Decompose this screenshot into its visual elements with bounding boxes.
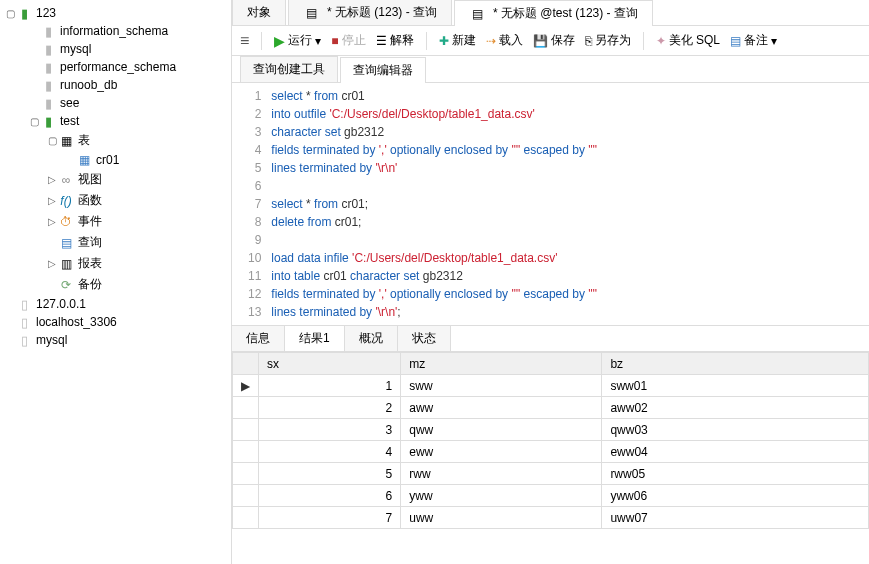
note-button[interactable]: ▤备注▾ bbox=[730, 32, 777, 49]
database-icon: ▮ bbox=[40, 114, 56, 128]
table-row[interactable]: ▶1swwsww01 bbox=[233, 375, 869, 397]
cell[interactable]: uww bbox=[401, 507, 602, 529]
cell[interactable]: 5 bbox=[259, 463, 401, 485]
cell[interactable]: eww bbox=[401, 441, 602, 463]
subtab-builder[interactable]: 查询创建工具 bbox=[240, 56, 338, 82]
cell[interactable]: qww03 bbox=[602, 419, 869, 441]
tab-query-2[interactable]: ▤* 无标题 @test (123) - 查询 bbox=[454, 0, 653, 26]
tree-item[interactable]: ▮mysql bbox=[0, 40, 231, 58]
cell[interactable]: rww05 bbox=[602, 463, 869, 485]
tree-item[interactable]: ▷⏱事件 bbox=[0, 211, 231, 232]
tree-arrow-icon: ▢ bbox=[28, 116, 40, 127]
cell[interactable]: uww07 bbox=[602, 507, 869, 529]
tree-root[interactable]: ▢ ▮ 123 bbox=[0, 4, 231, 22]
row-pointer bbox=[233, 397, 259, 419]
explain-button[interactable]: ☰解释 bbox=[376, 32, 414, 49]
table-row[interactable]: 3qwwqww03 bbox=[233, 419, 869, 441]
table-row[interactable]: 5rwwrww05 bbox=[233, 463, 869, 485]
col-header[interactable]: mz bbox=[401, 353, 602, 375]
tab-query-1[interactable]: ▤* 无标题 (123) - 查询 bbox=[288, 0, 452, 25]
tree-connection[interactable]: ▯mysql bbox=[0, 331, 231, 349]
saveas-icon: ⎘ bbox=[585, 34, 592, 48]
cell[interactable]: yww bbox=[401, 485, 602, 507]
cell[interactable]: aww bbox=[401, 397, 602, 419]
col-header[interactable]: sx bbox=[259, 353, 401, 375]
saveas-button[interactable]: ⎘另存为 bbox=[585, 32, 631, 49]
tree-label: 123 bbox=[36, 6, 56, 20]
result-grid[interactable]: sxmzbz ▶1swwsww012awwaww023qwwqww034ewwe… bbox=[232, 352, 869, 529]
cell[interactable]: sww bbox=[401, 375, 602, 397]
load-button[interactable]: ⇢载入 bbox=[486, 32, 523, 49]
menu-icon[interactable]: ≡ bbox=[240, 32, 249, 50]
beautify-button[interactable]: ✦美化 SQL bbox=[656, 32, 720, 49]
cell[interactable]: qww bbox=[401, 419, 602, 441]
database-icon: ▮ bbox=[40, 42, 56, 56]
tree-item[interactable]: ▮information_schema bbox=[0, 22, 231, 40]
code-area[interactable]: select * from cr01into outfile 'C:/Users… bbox=[271, 87, 869, 321]
cell[interactable]: eww04 bbox=[602, 441, 869, 463]
result-tab-status[interactable]: 状态 bbox=[398, 326, 451, 351]
cell[interactable]: 3 bbox=[259, 419, 401, 441]
line-gutter: 12345678910111213 bbox=[232, 87, 271, 321]
db-tree-sidebar: ▢ ▮ 123 ▮information_schema▮mysql▮perfor… bbox=[0, 0, 232, 564]
tree-label: see bbox=[60, 96, 79, 110]
tree-item[interactable]: ⟳备份 bbox=[0, 274, 231, 295]
tree-item[interactable]: ▢▮test bbox=[0, 112, 231, 130]
tree-arrow-icon: ▷ bbox=[46, 216, 58, 227]
tree-connection[interactable]: ▯localhost_3306 bbox=[0, 313, 231, 331]
tree-item[interactable]: ▷f()函数 bbox=[0, 190, 231, 211]
tree-item[interactable]: ▤查询 bbox=[0, 232, 231, 253]
subtab-editor[interactable]: 查询编辑器 bbox=[340, 57, 426, 83]
result-tab-result1[interactable]: 结果1 bbox=[285, 326, 345, 351]
toolbar: ≡ ▶运行▾ ■停止 ☰解释 ✚新建 ⇢载入 💾保存 ⎘另存为 ✦美化 SQL … bbox=[232, 26, 869, 56]
tree-item[interactable]: ▷▥报表 bbox=[0, 253, 231, 274]
result-tab-profile[interactable]: 概况 bbox=[345, 326, 398, 351]
row-pointer-col bbox=[233, 353, 259, 375]
tree-item[interactable]: ▦cr01 bbox=[0, 151, 231, 169]
result-tab-info[interactable]: 信息 bbox=[232, 326, 285, 351]
connection-icon: ▯ bbox=[16, 333, 32, 347]
tab-objects[interactable]: 对象 bbox=[232, 0, 286, 25]
query-icon: ▤ bbox=[469, 7, 485, 21]
tree-label: 函数 bbox=[78, 192, 102, 209]
tree-label: mysql bbox=[60, 42, 91, 56]
tree-item[interactable]: ▮performance_schema bbox=[0, 58, 231, 76]
table-row[interactable]: 4ewweww04 bbox=[233, 441, 869, 463]
editor-subtabs: 查询创建工具 查询编辑器 bbox=[232, 56, 869, 83]
cell[interactable]: 7 bbox=[259, 507, 401, 529]
table-row[interactable]: 6ywwyww06 bbox=[233, 485, 869, 507]
tree-label: performance_schema bbox=[60, 60, 176, 74]
cell[interactable]: aww02 bbox=[602, 397, 869, 419]
tree-label: cr01 bbox=[96, 153, 119, 167]
table-row[interactable]: 2awwaww02 bbox=[233, 397, 869, 419]
table-row[interactable]: 7uwwuww07 bbox=[233, 507, 869, 529]
tree-label: 备份 bbox=[78, 276, 102, 293]
cell[interactable]: 1 bbox=[259, 375, 401, 397]
cell[interactable]: yww06 bbox=[602, 485, 869, 507]
tree-item[interactable]: ▮see bbox=[0, 94, 231, 112]
cell[interactable]: 6 bbox=[259, 485, 401, 507]
row-pointer: ▶ bbox=[233, 375, 259, 397]
stop-button[interactable]: ■停止 bbox=[331, 32, 365, 49]
tree-item[interactable]: ▮runoob_db bbox=[0, 76, 231, 94]
stop-icon: ■ bbox=[331, 34, 338, 48]
tree-item[interactable]: ▢▦表 bbox=[0, 130, 231, 151]
row-pointer bbox=[233, 441, 259, 463]
wand-icon: ✦ bbox=[656, 34, 666, 48]
col-header[interactable]: bz bbox=[602, 353, 869, 375]
cell[interactable]: 4 bbox=[259, 441, 401, 463]
sql-editor[interactable]: 12345678910111213 select * from cr01into… bbox=[232, 83, 869, 325]
function-icon: f() bbox=[58, 194, 74, 208]
tree-label: 127.0.0.1 bbox=[36, 297, 86, 311]
cell[interactable]: 2 bbox=[259, 397, 401, 419]
tree-connection[interactable]: ▯127.0.0.1 bbox=[0, 295, 231, 313]
tree-label: information_schema bbox=[60, 24, 168, 38]
query-icon: ▤ bbox=[303, 6, 319, 20]
new-button[interactable]: ✚新建 bbox=[439, 32, 476, 49]
tree-item[interactable]: ▷∞视图 bbox=[0, 169, 231, 190]
cell[interactable]: rww bbox=[401, 463, 602, 485]
save-button[interactable]: 💾保存 bbox=[533, 32, 575, 49]
run-button[interactable]: ▶运行▾ bbox=[274, 32, 321, 49]
backup-icon: ⟳ bbox=[58, 278, 74, 292]
cell[interactable]: sww01 bbox=[602, 375, 869, 397]
